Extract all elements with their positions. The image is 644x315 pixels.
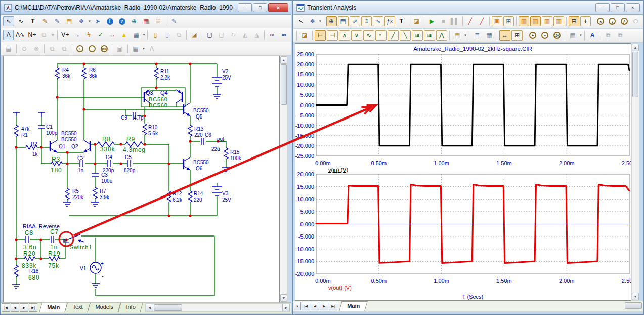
plot-page1-icon[interactable]: ▥ <box>519 16 529 26</box>
close-button[interactable]: × <box>268 3 288 12</box>
scale-mode-icon[interactable]: ⊕ <box>326 16 337 26</box>
open-file-icon[interactable]: ▯ <box>162 30 173 40</box>
info-page-icon[interactable]: ▤ <box>3 44 14 54</box>
tab-text[interactable]: Text <box>64 303 91 312</box>
to-back-icon[interactable]: ⧉ <box>615 30 626 41</box>
select-tool-icon[interactable]: ↖ <box>295 16 306 26</box>
nav-next-button[interactable]: ▶ <box>320 302 328 310</box>
attribute-text-icon[interactable]: A <box>3 30 14 40</box>
nav-last-button[interactable]: ▶| <box>329 302 337 310</box>
select-tool-icon[interactable]: ↖ <box>3 16 14 26</box>
zoom-in-icon[interactable]: + <box>527 30 538 41</box>
link-icon[interactable]: ⧉ <box>174 30 184 40</box>
schematic-hscrollbar[interactable]: ◀ ▶ <box>145 303 290 312</box>
notes-icon[interactable]: ✎ <box>168 16 180 26</box>
plot-panel[interactable]: 25.00020.00015.00010.0005.0000.000-5.000… <box>295 43 631 301</box>
zoom-fx-icon[interactable]: ƒ <box>619 16 629 26</box>
attribute-wave-icon[interactable]: A∿ <box>15 30 25 40</box>
scroll-left-icon[interactable]: ◀ <box>146 304 153 311</box>
plot-page2-icon[interactable]: ▥ <box>530 16 541 26</box>
cursor-left-icon[interactable]: ⊢ <box>315 30 326 41</box>
tab-models[interactable]: Models <box>88 303 121 312</box>
horizontal-tag-icon[interactable]: ⇘ <box>373 16 383 26</box>
maximize-button[interactable]: □ <box>611 3 625 12</box>
cascade-icon[interactable]: ⧉ <box>47 44 58 54</box>
analysis-titlebar[interactable]: Transient Analysis ─ □ × <box>293 1 643 15</box>
line-mode-icon[interactable]: ✎ <box>39 16 51 26</box>
pin-connections-icon[interactable]: ↔ <box>107 30 117 40</box>
envelope-bottom-icon[interactable]: ⋀ <box>436 30 447 41</box>
tab-info[interactable]: Info <box>118 303 143 312</box>
zoom-out-icon[interactable]: − <box>87 44 98 54</box>
stop-icon[interactable]: ■ <box>438 16 449 26</box>
normalize-icon[interactable]: ⊜ <box>630 16 641 26</box>
inflection-icon[interactable]: ≋ <box>412 30 423 41</box>
info-mode-icon[interactable]: i <box>104 16 115 26</box>
tile-icon[interactable]: ⧉ <box>59 44 70 54</box>
edit-limits-icon[interactable]: ◪ <box>299 30 310 41</box>
envelope-top-icon[interactable]: ≋ <box>424 30 435 41</box>
pause-icon[interactable]: ▌▌ <box>450 16 460 26</box>
slope-down-icon[interactable]: ╲ <box>400 30 411 41</box>
datasheet-icon[interactable]: ▦ <box>141 16 152 26</box>
data-points-icon[interactable]: ▣ <box>492 16 502 26</box>
clipboard-icon[interactable]: ▤ <box>452 30 463 41</box>
low-icon[interactable]: ≈ <box>375 30 387 41</box>
copy-icon[interactable]: ⧉ <box>38 30 49 40</box>
watch-values-icon[interactable]: ▦ <box>484 30 495 41</box>
schematic-canvas[interactable]: R436kR636kR112.2kV225VQ3Q4BC560BC560C94.… <box>3 56 280 302</box>
flag-mode-icon[interactable]: ➤ <box>92 16 103 26</box>
grid-display-icon[interactable]: ▦ <box>131 30 141 40</box>
nav-first-button[interactable]: |◀ <box>302 302 310 310</box>
nav-prev-button[interactable]: ◀ <box>311 302 319 310</box>
peak-icon[interactable]: ∧ <box>339 30 350 41</box>
minimize-button[interactable]: ─ <box>595 3 610 12</box>
to-front-icon[interactable]: ⧉ <box>603 30 614 41</box>
snapshot-icon[interactable]: ▣ <box>114 44 125 54</box>
numeric-output-icon[interactable]: ≣ <box>471 30 483 41</box>
schematic-vscrollbar[interactable]: ▲ ▼ <box>280 56 288 302</box>
font-icon[interactable]: A <box>587 30 598 41</box>
horizontal-axis-icon[interactable]: ⊟ <box>569 16 579 26</box>
power-display-icon[interactable]: ϟ <box>83 30 94 40</box>
run-icon[interactable]: ▶ <box>426 16 437 26</box>
hscroll-thumb[interactable] <box>625 302 642 309</box>
warning-icon[interactable]: ▲ <box>119 30 130 40</box>
step-down-icon[interactable]: ⊖ <box>19 44 30 54</box>
scroll-thumb[interactable] <box>281 64 287 105</box>
plot-page3-icon[interactable]: ▥ <box>542 16 552 26</box>
ruler-icon[interactable]: ⊞ <box>503 16 514 26</box>
text-mode-icon[interactable]: T <box>396 16 407 26</box>
nav-last-button[interactable]: ▶| <box>29 303 37 312</box>
scroll-up-icon[interactable]: ▲ <box>280 56 287 64</box>
valley-icon[interactable]: ∨ <box>351 30 362 41</box>
align-cursors-icon[interactable]: ↔ <box>499 30 510 41</box>
find-icon[interactable]: ∞ <box>279 30 289 40</box>
schematic-components[interactable] <box>12 68 230 289</box>
plot-page4-icon[interactable]: ▥ <box>553 16 564 26</box>
properties-icon[interactable]: ◪ <box>189 30 199 40</box>
nav-first-button[interactable]: |◀ <box>2 303 10 312</box>
zoom-x-icon[interactable]: x <box>595 16 606 26</box>
condition-display-icon[interactable]: ✓ <box>95 30 106 40</box>
wire-mode-icon[interactable]: ∿ <box>15 16 26 26</box>
minimize-button[interactable]: ─ <box>238 3 252 12</box>
scroll-thumb[interactable] <box>632 52 638 97</box>
copy-caret-icon[interactable]: ▾ <box>50 30 55 40</box>
page-dropdown[interactable]: ▾ <box>294 302 301 310</box>
grid-select-icon[interactable]: ▦ <box>567 30 578 41</box>
slope-up-icon[interactable]: ╱ <box>388 30 399 41</box>
text-mode-icon[interactable]: T <box>27 16 38 26</box>
zoom-y-icon[interactable]: y <box>607 16 618 26</box>
find-part-icon[interactable]: ∞ <box>267 30 277 40</box>
nav-prev-button[interactable]: ◀ <box>11 303 19 312</box>
select-region-icon[interactable]: ▢ <box>204 30 215 40</box>
tab-main[interactable]: Main <box>39 303 68 312</box>
high-icon[interactable]: ∿ <box>363 30 374 41</box>
nav-next-button[interactable]: ▶ <box>20 303 28 312</box>
scroll-down-icon[interactable]: ▼ <box>280 294 287 302</box>
plot-vscrollbar[interactable]: ▲ ▼ <box>631 43 639 301</box>
scroll-right-icon[interactable]: ▶ <box>282 304 290 311</box>
maximize-button[interactable]: □ <box>253 3 267 12</box>
web-info-icon[interactable]: ⊕ <box>128 16 140 26</box>
